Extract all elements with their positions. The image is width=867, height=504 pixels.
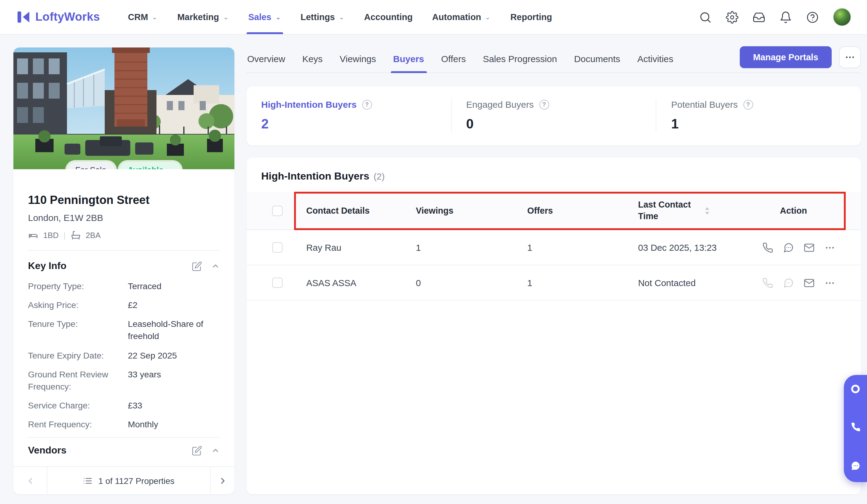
select-all-checkbox[interactable] — [272, 205, 282, 216]
tab-overview-label: Overview — [247, 54, 285, 64]
property-photo: For Sale Available — [13, 47, 234, 169]
vendors-heading: Vendors — [28, 445, 192, 456]
chat-icon[interactable] — [783, 277, 794, 288]
email-icon[interactable] — [804, 277, 815, 288]
row-more-options-icon[interactable] — [824, 242, 835, 253]
nav-crm[interactable]: CRM — [118, 0, 168, 34]
search-icon[interactable] — [699, 11, 712, 23]
property-sidebar: For Sale Available 110 Pennington Street… — [13, 47, 234, 494]
tab-offers-label: Offers — [441, 54, 466, 64]
help-icon[interactable]: ? — [539, 99, 549, 109]
baths-value: 2BA — [86, 231, 100, 240]
nav-accounting[interactable]: Accounting — [354, 0, 422, 34]
nav-marketing[interactable]: Marketing — [168, 0, 238, 34]
property-pagination: 1 of 1127 Properties — [13, 466, 234, 494]
key-info-row: Ground Rent Review Frequency: 33 years — [28, 368, 220, 393]
buyer-stats-card: High-Intention Buyers ? 2 Engaged Buyers… — [247, 86, 861, 146]
key-info-value: £33 — [128, 399, 220, 411]
more-options-button[interactable] — [839, 46, 861, 68]
key-info-value: 22 Sep 2025 — [128, 349, 220, 361]
chevron-down-icon — [223, 13, 229, 22]
row-checkbox[interactable] — [272, 242, 282, 253]
list-icon — [83, 476, 93, 485]
tab-overview[interactable]: Overview — [247, 45, 294, 73]
inbox-icon[interactable] — [752, 11, 765, 23]
tab-buyers[interactable]: Buyers — [385, 45, 432, 73]
nav-sales[interactable]: Sales — [238, 0, 291, 34]
tab-activities[interactable]: Activities — [629, 45, 682, 73]
brand-name: LoftyWorks — [35, 10, 100, 24]
brand-logo-icon — [16, 10, 30, 24]
previous-property-button[interactable] — [13, 467, 47, 494]
user-avatar[interactable] — [833, 8, 851, 26]
column-action: Action — [759, 206, 861, 215]
key-info-value: Terraced — [128, 280, 220, 292]
tab-viewings[interactable]: Viewings — [331, 45, 385, 73]
phone-icon[interactable] — [762, 242, 773, 253]
pagination-text: 1 of 1127 Properties — [98, 476, 174, 485]
property-details: 110 Pennington Street London, E1W 2BB 1B… — [13, 169, 234, 466]
high-intention-buyers-card: High-Intention Buyers (2) Contact Detail… — [247, 158, 861, 494]
stat-label: Engaged Buyers — [466, 99, 534, 109]
widget-launcher-icon[interactable] — [851, 385, 860, 393]
buyer-offers: 1 — [516, 278, 627, 288]
widget-chat-icon[interactable] — [850, 461, 860, 471]
notifications-bell-icon[interactable] — [779, 11, 792, 23]
tab-offers[interactable]: Offers — [432, 45, 474, 73]
row-more-options-icon[interactable] — [824, 277, 835, 288]
availability-badge-label: Available — [128, 165, 163, 169]
email-icon[interactable] — [804, 242, 815, 253]
phone-icon[interactable] — [762, 277, 773, 288]
key-info-value: 33 years — [128, 368, 220, 393]
tab-documents[interactable]: Documents — [566, 45, 629, 73]
tab-keys[interactable]: Keys — [294, 45, 331, 73]
brand-logo[interactable]: LoftyWorks — [16, 10, 100, 24]
vendors-section-header: Vendors — [28, 437, 220, 456]
for-sale-badge-label: For Sale — [75, 165, 106, 169]
help-icon[interactable]: ? — [743, 99, 753, 109]
support-widget — [844, 375, 867, 482]
buyer-last-contact: Not Contacted — [627, 278, 759, 288]
key-info-value: Leasehold-Share of freehold — [128, 318, 220, 343]
key-info-row: Property Type: Terraced — [28, 280, 220, 292]
help-icon[interactable]: ? — [362, 99, 372, 109]
stat-value: 1 — [671, 116, 846, 132]
buyer-offers: 1 — [516, 243, 627, 252]
stat-high-intention-buyers: High-Intention Buyers ? 2 — [247, 99, 451, 132]
collapse-chevron-up-icon[interactable] — [211, 262, 220, 270]
nav-lettings[interactable]: Lettings — [291, 0, 354, 34]
key-info-label: Tenure Type: — [28, 318, 128, 343]
ellipsis-icon — [845, 52, 855, 62]
key-info-section-header: Key Info — [28, 250, 220, 271]
buyer-row[interactable]: Ray Rau 1 1 03 Dec 2025, 13:23 — [247, 230, 861, 265]
edit-icon[interactable] — [192, 446, 202, 456]
row-checkbox[interactable] — [272, 278, 282, 288]
edit-icon[interactable] — [192, 261, 202, 271]
buyer-viewings: 0 — [405, 278, 516, 288]
nav-lettings-label: Lettings — [300, 12, 335, 22]
help-icon[interactable] — [806, 11, 819, 23]
property-address: London, E1W 2BB — [28, 212, 220, 223]
next-property-button[interactable] — [210, 467, 234, 494]
chat-icon[interactable] — [783, 242, 794, 253]
sort-icon[interactable] — [705, 207, 710, 215]
availability-badge[interactable]: Available — [119, 162, 181, 169]
buyer-name[interactable]: ASAS ASSA — [295, 278, 405, 288]
widget-phone-icon[interactable] — [850, 422, 860, 432]
nav-accounting-label: Accounting — [364, 12, 413, 22]
buyer-row[interactable]: ASAS ASSA 0 1 Not Contacted — [247, 265, 861, 301]
manage-portals-button[interactable]: Manage Portals — [740, 46, 832, 68]
topbar-actions — [699, 8, 851, 26]
tab-sales-progression[interactable]: Sales Progression — [474, 45, 565, 73]
for-sale-badge[interactable]: For Sale — [67, 162, 115, 169]
key-info-label: Ground Rent Review Frequency: — [28, 368, 128, 393]
key-info-row: Tenure Type: Leasehold-Share of freehold — [28, 318, 220, 343]
stat-label: High-Intention Buyers — [261, 99, 356, 109]
nav-automation[interactable]: Automation — [422, 0, 501, 34]
chevron-down-icon — [339, 13, 345, 22]
collapse-chevron-up-icon[interactable] — [211, 447, 220, 455]
settings-gear-icon[interactable] — [726, 11, 739, 23]
nav-reporting[interactable]: Reporting — [501, 0, 562, 34]
page-content: For Sale Available 110 Pennington Street… — [0, 35, 867, 504]
buyer-name[interactable]: Ray Rau — [295, 243, 405, 252]
